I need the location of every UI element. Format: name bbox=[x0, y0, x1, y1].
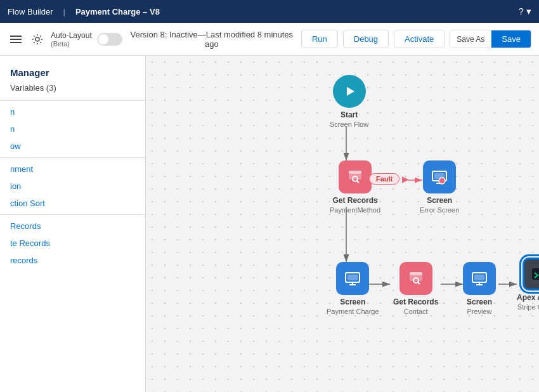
screen-error-node[interactable]: Screen Error Screen bbox=[420, 160, 459, 214]
help-button[interactable]: ? ▾ bbox=[518, 6, 531, 17]
app-title: Flow Builder bbox=[8, 7, 53, 16]
debug-button[interactable]: Debug bbox=[343, 30, 389, 48]
get-records-payment-icon bbox=[339, 160, 372, 193]
get-records-contact-label: Get Records bbox=[393, 297, 438, 308]
fault-wrap: Fault ▶ bbox=[369, 173, 409, 185]
screen-payment-sublabel: Payment Charge bbox=[327, 308, 379, 315]
database-search-icon-2 bbox=[407, 270, 425, 287]
run-button[interactable]: Run bbox=[301, 30, 338, 48]
svg-rect-29 bbox=[410, 272, 422, 275]
screen-preview-node[interactable]: Screen Preview bbox=[463, 262, 496, 315]
sidebar-item-action-sort[interactable]: ction Sort bbox=[0, 195, 145, 212]
screen-error-label: Screen bbox=[427, 196, 452, 206]
canvas-inner: Start Screen Flow Get Records PaymentMet… bbox=[146, 56, 539, 392]
save-button-group: Save As Save bbox=[450, 30, 531, 48]
version-text: Version 8: Inactive—Last modified 8 minu… bbox=[130, 30, 294, 49]
main-layout: Manager Variables (3) n n ow nment ion c… bbox=[0, 56, 539, 392]
apex-stripe-icon bbox=[523, 258, 539, 291]
auto-layout-toggle[interactable] bbox=[97, 33, 122, 46]
screen-preview-label: Screen bbox=[467, 297, 492, 308]
apex-stripe-sublabel: Stripe Charge bbox=[517, 303, 539, 311]
manager-icon-button[interactable] bbox=[8, 31, 24, 48]
screen-icon-preview bbox=[471, 270, 488, 287]
screen-payment-label: Screen bbox=[340, 297, 365, 308]
screen-error-sublabel: Error Screen bbox=[420, 206, 459, 214]
settings-icon-button[interactable] bbox=[29, 31, 46, 48]
start-icon bbox=[333, 75, 366, 108]
screen-payment-node[interactable]: Screen Payment Charge bbox=[327, 262, 379, 315]
flow-name: Payment Charge – V8 bbox=[75, 7, 160, 16]
toolbar-left: Auto-Layout (Beta) bbox=[8, 31, 122, 48]
auto-layout-sub: (Beta) bbox=[51, 40, 92, 48]
sidebar-item-ow[interactable]: ow bbox=[0, 138, 145, 155]
database-search-icon bbox=[346, 168, 364, 186]
start-sublabel: Screen Flow bbox=[330, 121, 368, 128]
start-label: Start bbox=[341, 110, 358, 121]
screen-payment-icon bbox=[336, 262, 369, 295]
canvas[interactable]: Start Screen Flow Get Records PaymentMet… bbox=[146, 56, 539, 392]
fault-arrow-icon: ▶ bbox=[402, 174, 409, 184]
screen-preview-sublabel: Preview bbox=[467, 308, 491, 315]
save-button[interactable]: Save bbox=[491, 30, 531, 48]
sidebar-divider-2 bbox=[0, 157, 145, 158]
screen-preview-icon bbox=[463, 262, 496, 295]
toolbar-actions: Run Debug Activate Save As Save bbox=[301, 30, 531, 48]
sidebar-item-ion[interactable]: ion bbox=[0, 178, 145, 195]
auto-layout-label: Auto-Layout bbox=[51, 31, 92, 40]
sidebar-item-records2[interactable]: records bbox=[0, 252, 145, 269]
sidebar: Manager Variables (3) n n ow nment ion c… bbox=[0, 56, 146, 392]
sidebar-item-records[interactable]: Records bbox=[0, 218, 145, 235]
svg-rect-2 bbox=[10, 42, 22, 43]
svg-line-18 bbox=[357, 181, 359, 183]
svg-rect-16 bbox=[349, 171, 361, 174]
sidebar-divider-3 bbox=[0, 214, 145, 215]
nav-separator: | bbox=[63, 7, 65, 16]
screen-icon-error bbox=[431, 168, 448, 186]
apex-stripe-label: Apex Action bbox=[517, 293, 539, 303]
svg-line-31 bbox=[418, 282, 420, 284]
apex-stripe-node[interactable]: 🗑 Apex Action Stripe Charge bbox=[517, 258, 539, 311]
svg-rect-35 bbox=[474, 275, 484, 280]
sidebar-divider-1 bbox=[0, 100, 145, 101]
svg-rect-1 bbox=[10, 39, 22, 40]
start-node[interactable]: Start Screen Flow bbox=[330, 75, 368, 128]
fault-badge: Fault bbox=[369, 173, 399, 185]
get-records-payment-node[interactable]: Get Records PaymentMethod bbox=[330, 160, 380, 214]
sidebar-item-te-records[interactable]: te Records bbox=[0, 235, 145, 252]
get-records-contact-sublabel: Contact bbox=[404, 308, 428, 315]
screen-error-icon bbox=[423, 160, 456, 193]
activate-button[interactable]: Activate bbox=[394, 30, 445, 48]
svg-rect-27 bbox=[347, 275, 358, 280]
sidebar-item-n1[interactable]: n bbox=[0, 103, 145, 121]
save-as-button[interactable]: Save As bbox=[450, 30, 491, 48]
get-records-contact-node[interactable]: Get Records Contact bbox=[393, 262, 438, 315]
svg-point-3 bbox=[36, 37, 39, 41]
sidebar-item-nment[interactable]: nment bbox=[0, 160, 145, 178]
get-records-payment-sublabel: PaymentMethod bbox=[330, 206, 380, 214]
svg-rect-0 bbox=[10, 36, 22, 37]
toolbar: Auto-Layout (Beta) Version 8: Inactive—L… bbox=[0, 23, 539, 56]
terminal-icon bbox=[530, 265, 539, 283]
gear-icon bbox=[32, 34, 43, 45]
screen-icon-payment bbox=[344, 270, 361, 287]
get-records-payment-label: Get Records bbox=[332, 196, 377, 206]
sidebar-item-n2[interactable]: n bbox=[0, 121, 145, 138]
play-icon bbox=[342, 84, 357, 99]
sidebar-variables: Variables (3) bbox=[0, 81, 145, 98]
top-nav: Flow Builder | Payment Charge – V8 ? ▾ bbox=[0, 0, 539, 23]
svg-point-23 bbox=[439, 178, 445, 184]
sidebar-manager-title: Manager bbox=[0, 61, 145, 81]
auto-layout-toggle-wrap: Auto-Layout (Beta) bbox=[51, 31, 92, 48]
get-records-contact-icon bbox=[399, 262, 432, 295]
svg-marker-14 bbox=[347, 87, 354, 96]
menu-icon bbox=[10, 34, 22, 45]
